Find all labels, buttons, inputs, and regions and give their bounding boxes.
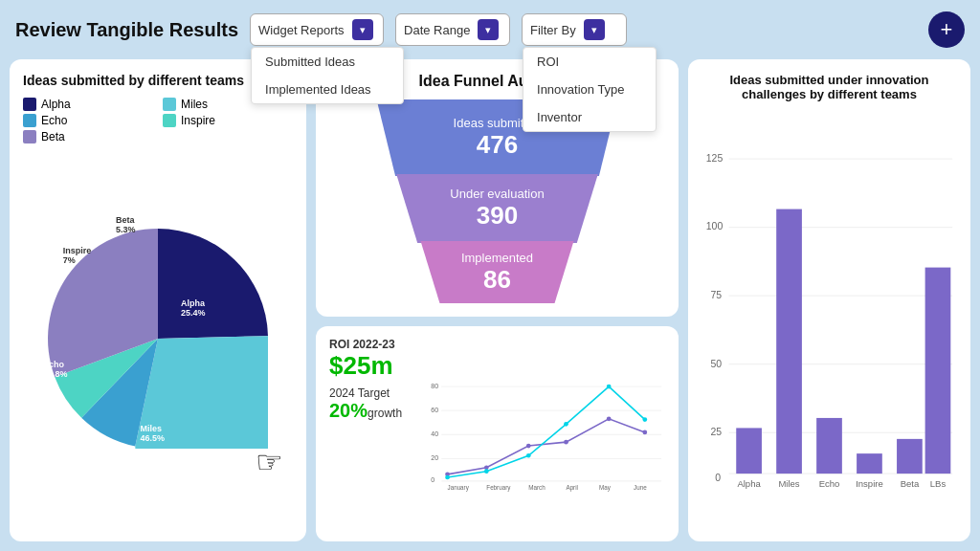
line-series-1 xyxy=(448,419,645,474)
svg-text:June: June xyxy=(634,484,647,491)
svg-text:April: April xyxy=(566,484,578,492)
line-chart-container: 80 60 40 20 0 January February March Apr… xyxy=(425,338,665,530)
svg-point-20 xyxy=(607,416,612,421)
legend-beta: Beta xyxy=(23,130,153,143)
menu-item-implemented-ideas[interactable]: Implemented Ideas xyxy=(252,76,403,103)
svg-text:Alpha: Alpha xyxy=(737,478,761,489)
bar-beta xyxy=(897,439,923,474)
svg-point-25 xyxy=(564,422,568,427)
pie-chart-svg xyxy=(48,229,268,449)
legend-echo: Echo xyxy=(23,114,153,127)
funnel-segment-2: Under evaluation 390 xyxy=(380,174,614,243)
filter-by-arrow[interactable]: ▾ xyxy=(584,19,605,40)
filter-inventor[interactable]: Inventor xyxy=(523,103,656,131)
cursor-icon: ☞ xyxy=(256,444,283,480)
svg-text:Beta: Beta xyxy=(901,478,920,489)
funnel-segment-3: Implemented 86 xyxy=(402,241,593,303)
bar-chart-svg: 125 100 75 50 25 0 Alpha Miles xyxy=(702,109,957,528)
filter-by-label: Filter By xyxy=(530,23,576,37)
svg-text:80: 80 xyxy=(431,383,438,389)
svg-text:100: 100 xyxy=(706,222,724,232)
roi-info: ROI 2022-23 $25m 2024 Target 20%growth xyxy=(329,338,415,530)
svg-point-21 xyxy=(642,430,647,435)
legend-inspire: Inspire xyxy=(163,114,293,127)
roi-year-label: ROI 2022-23 xyxy=(329,338,415,351)
svg-point-27 xyxy=(642,417,647,422)
pie-chart-card: Ideas submitted by different teams Alpha… xyxy=(10,59,306,541)
add-button[interactable]: + xyxy=(928,11,965,48)
svg-text:25: 25 xyxy=(711,427,723,437)
svg-text:60: 60 xyxy=(431,407,438,413)
svg-text:Miles: Miles xyxy=(778,478,799,489)
bar-miles xyxy=(776,209,802,474)
bar-chart-container: 125 100 75 50 25 0 Alpha Miles xyxy=(702,109,957,528)
filter-roi[interactable]: ROI xyxy=(523,48,656,76)
page-title: Review Tangible Results xyxy=(15,19,238,41)
date-range-label: Date Range xyxy=(404,23,470,37)
header: Review Tangible Results Widget Reports ▾… xyxy=(0,0,980,59)
svg-point-26 xyxy=(607,385,612,389)
svg-text:Echo: Echo xyxy=(819,478,840,489)
bar-alpha xyxy=(736,428,762,474)
funnel-value-1: 476 xyxy=(477,130,518,160)
widget-reports-label: Widget Reports xyxy=(258,23,345,37)
target-value: 20%growth xyxy=(329,400,415,422)
svg-text:February: February xyxy=(486,484,511,492)
filter-by-dropdown[interactable]: Filter By ▾ ROI Innovation Type Inventor xyxy=(522,13,627,46)
bar-echo xyxy=(816,418,842,474)
funnel-value-2: 390 xyxy=(477,201,518,231)
svg-text:40: 40 xyxy=(431,430,438,437)
svg-text:50: 50 xyxy=(711,359,723,369)
svg-text:LBs: LBs xyxy=(930,478,947,489)
date-range-dropdown[interactable]: Date Range ▾ xyxy=(395,13,510,46)
filter-innovation-type[interactable]: Innovation Type xyxy=(523,76,656,103)
legend-alpha: Alpha xyxy=(23,98,153,111)
widget-reports-menu: Submitted Ideas Implemented Ideas xyxy=(251,47,404,104)
bar-lbs xyxy=(925,268,951,474)
svg-point-19 xyxy=(564,440,568,445)
pie-slice-alpha xyxy=(158,229,268,339)
legend: Alpha Miles Echo Inspire Beta xyxy=(23,98,293,143)
svg-text:20: 20 xyxy=(431,454,438,461)
line-chart-svg: 80 60 40 20 0 January February March Apr… xyxy=(425,338,665,530)
svg-text:March: March xyxy=(528,484,546,491)
pie-slice-miles xyxy=(135,336,268,449)
bar-chart-title: Ideas submitted under innovation challen… xyxy=(702,73,957,101)
svg-text:Inspire: Inspire xyxy=(856,478,883,489)
funnel-value-3: 86 xyxy=(483,265,511,295)
filter-by-menu: ROI Innovation Type Inventor xyxy=(523,47,657,132)
svg-point-18 xyxy=(526,444,531,449)
svg-text:75: 75 xyxy=(711,290,723,300)
line-series-2 xyxy=(448,386,645,477)
svg-point-23 xyxy=(484,469,489,474)
svg-text:January: January xyxy=(448,484,470,492)
bar-inspire xyxy=(857,453,882,474)
svg-text:0: 0 xyxy=(431,476,434,483)
pie-chart-container: Alpha25.4% Miles46.5% Echo15.8% Inspire7… xyxy=(23,149,293,528)
svg-text:May: May xyxy=(599,484,612,492)
bar-chart-card: Ideas submitted under innovation challen… xyxy=(688,59,970,541)
widget-reports-arrow[interactable]: ▾ xyxy=(352,19,373,40)
svg-text:125: 125 xyxy=(706,153,724,164)
date-range-arrow[interactable]: ▾ xyxy=(478,19,499,40)
menu-item-submitted-ideas[interactable]: Submitted Ideas xyxy=(252,48,403,76)
roi-card: ROI 2022-23 $25m 2024 Target 20%growth 8… xyxy=(316,326,679,541)
content-area: Ideas submitted by different teams Alpha… xyxy=(0,59,980,551)
target-label: 2024 Target xyxy=(329,386,415,400)
widget-reports-dropdown[interactable]: Widget Reports ▾ Submitted Ideas Impleme… xyxy=(250,13,384,46)
svg-point-22 xyxy=(445,475,450,480)
svg-point-24 xyxy=(526,453,531,458)
roi-value: $25m xyxy=(329,351,415,381)
svg-text:0: 0 xyxy=(715,473,721,483)
funnel-label-3: Implemented xyxy=(461,251,533,265)
funnel-label-2: Under evaluation xyxy=(450,187,544,201)
